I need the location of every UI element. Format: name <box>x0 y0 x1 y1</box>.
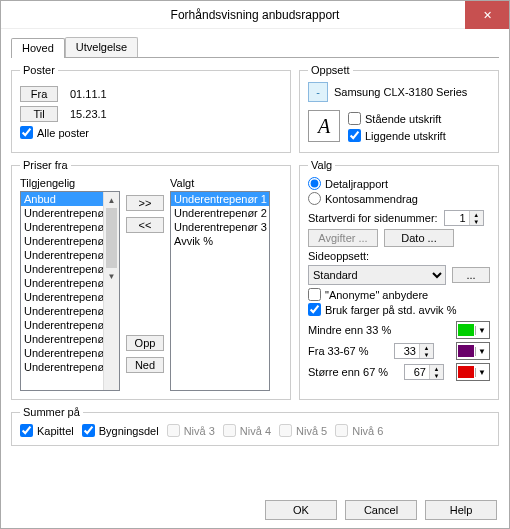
group-priser: Priser fra Tilgjengelig AnbudUnderentrep… <box>11 159 291 400</box>
scrollbar[interactable]: ▲ ▼ <box>103 192 119 390</box>
dato-button[interactable]: Dato ... <box>384 229 454 247</box>
mindre-label: Mindre enn 33 % <box>308 324 408 336</box>
tab-hoved[interactable]: Hoved <box>11 38 65 58</box>
bygningsdel-checkbox[interactable]: Bygningsdel <box>82 424 159 437</box>
kapittel-checkbox[interactable]: Kapittel <box>20 424 74 437</box>
fra3367-label: Fra 33-67 % <box>308 345 388 357</box>
legend-poster: Poster <box>20 64 58 76</box>
spin-up-icon[interactable]: ▲ <box>469 211 483 218</box>
list-item[interactable]: Underentrepenør 2 <box>171 206 269 220</box>
niv3-checkbox: Nivå 3 <box>167 424 215 437</box>
titlebar: Forhåndsvisning anbudsrapport ✕ <box>1 1 509 29</box>
list-item[interactable]: Underentrepenør <box>21 304 103 318</box>
list-item[interactable]: Underentrepenør <box>21 220 103 234</box>
color-low-button[interactable]: ▼ <box>456 321 490 339</box>
list-item[interactable]: Underentrepenør 3 <box>171 220 269 234</box>
niv4-checkbox: Nivå 4 <box>223 424 271 437</box>
dialog-window: Forhåndsvisning anbudsrapport ✕ Hoved Ut… <box>0 0 510 529</box>
legend-oppsett: Oppsett <box>308 64 353 76</box>
dropdown-icon: ▼ <box>475 326 488 335</box>
ok-button[interactable]: OK <box>265 500 337 520</box>
list-item[interactable]: Underentrepenør <box>21 360 103 374</box>
sideoppsett-label: Sideoppsett: <box>308 250 490 262</box>
available-listbox[interactable]: AnbudUnderentrepenørUnderentrepenørUnder… <box>20 191 120 391</box>
printer-icon[interactable]: - <box>308 82 328 102</box>
list-item[interactable]: Underentrepenør <box>21 346 103 360</box>
fra-value: 01.11.1 <box>70 88 107 100</box>
opp-button[interactable]: Opp <box>126 335 164 351</box>
color-mid-button[interactable]: ▼ <box>456 342 490 360</box>
color-high-button[interactable]: ▼ <box>456 363 490 381</box>
remove-button[interactable]: << <box>126 217 164 233</box>
list-item[interactable]: Underentrepenør <box>21 276 103 290</box>
orientation-icon: A <box>308 110 340 142</box>
til-button[interactable]: Til <box>20 106 58 122</box>
add-button[interactable]: >> <box>126 195 164 211</box>
dropdown-icon: ▼ <box>475 347 488 356</box>
spin-down-icon[interactable]: ▼ <box>469 218 483 225</box>
fra-spinner[interactable]: ▲▼ <box>394 343 434 359</box>
scroll-thumb[interactable] <box>106 208 117 268</box>
valgt-label: Valgt <box>170 177 282 189</box>
list-item[interactable]: Underentrepenør <box>21 206 103 220</box>
group-oppsett: Oppsett - Samsung CLX-3180 Series A Ståe… <box>299 64 499 153</box>
list-item[interactable]: Underentrepenør <box>21 248 103 262</box>
group-summer: Summer på Kapittel Bygningsdel Nivå 3 Ni… <box>11 406 499 446</box>
tab-strip: Hoved Utvelgelse <box>11 37 499 58</box>
storre-spinner[interactable]: ▲▼ <box>404 364 444 380</box>
sideoppsett-select[interactable]: Standard <box>308 265 446 285</box>
startverdi-label: Startverdi for sidenummer: <box>308 212 438 224</box>
list-item[interactable]: Underentrepenør <box>21 290 103 304</box>
help-button[interactable]: Help <box>425 500 497 520</box>
scroll-up-icon[interactable]: ▲ <box>104 192 119 208</box>
tilgjengelig-label: Tilgjengelig <box>20 177 120 189</box>
window-title: Forhåndsvisning anbudsrapport <box>171 8 340 22</box>
niv6-checkbox: Nivå 6 <box>335 424 383 437</box>
startverdi-input[interactable] <box>445 211 469 225</box>
legend-valg: Valg <box>308 159 335 171</box>
alle-poster-checkbox[interactable]: Alle poster <box>20 126 89 139</box>
close-icon: ✕ <box>483 9 492 22</box>
list-item[interactable]: Underentrepenør <box>21 234 103 248</box>
scroll-down-icon[interactable]: ▼ <box>104 268 119 284</box>
ned-button[interactable]: Ned <box>126 357 164 373</box>
staaende-checkbox[interactable]: Stående utskrift <box>348 112 441 125</box>
detaljrapport-radio[interactable]: Detaljrapport <box>308 177 388 190</box>
niv5-checkbox: Nivå 5 <box>279 424 327 437</box>
list-item[interactable]: Underentrepenør 1 <box>171 192 269 206</box>
list-item[interactable]: Underentrepenør <box>21 332 103 346</box>
printer-name: Samsung CLX-3180 Series <box>334 86 467 98</box>
close-button[interactable]: ✕ <box>465 1 509 29</box>
brukfarger-checkbox[interactable]: Bruk farger på std. avvik % <box>308 303 456 316</box>
sideoppsett-browse-button[interactable]: ... <box>452 267 490 283</box>
startverdi-spinner[interactable]: ▲▼ <box>444 210 484 226</box>
fra-button[interactable]: Fra <box>20 86 58 102</box>
list-item[interactable]: Underentrepenør <box>21 318 103 332</box>
avgifter-button[interactable]: Avgifter ... <box>308 229 378 247</box>
cancel-button[interactable]: Cancel <box>345 500 417 520</box>
list-item[interactable]: Anbud <box>21 192 103 206</box>
list-item[interactable]: Underentrepenør <box>21 262 103 276</box>
til-value: 15.23.1 <box>70 108 107 120</box>
group-valg: Valg Detaljrapport Kontosammendrag Start… <box>299 159 499 400</box>
dropdown-icon: ▼ <box>475 368 488 377</box>
tab-utvelgelse[interactable]: Utvelgelse <box>65 37 138 57</box>
storre-label: Større enn 67 % <box>308 366 398 378</box>
group-poster: Poster Fra 01.11.1 Til 15.23.1 Alle post… <box>11 64 291 153</box>
legend-priser: Priser fra <box>20 159 71 171</box>
kontosammendrag-radio[interactable]: Kontosammendrag <box>308 192 418 205</box>
list-item[interactable]: Avvik % <box>171 234 269 248</box>
selected-listbox[interactable]: Underentrepenør 1Underentrepenør 2Undere… <box>170 191 270 391</box>
anonyme-checkbox[interactable]: "Anonyme" anbydere <box>308 288 428 301</box>
legend-summer: Summer på <box>20 406 83 418</box>
liggende-checkbox[interactable]: Liggende utskrift <box>348 129 446 142</box>
